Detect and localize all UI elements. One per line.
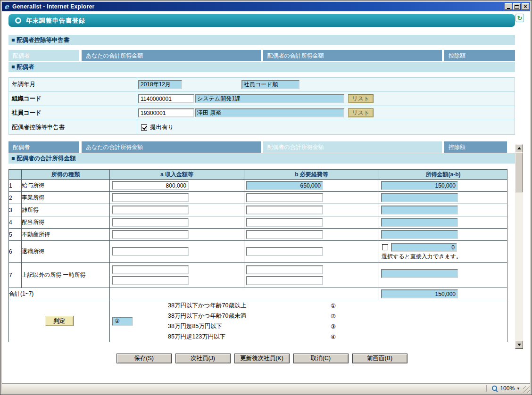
zoom-level: 100% <box>500 385 515 392</box>
income-b-input[interactable] <box>246 206 323 214</box>
retirement-amount-input[interactable] <box>391 243 457 252</box>
legend-line: 38万円以下かつ年齢70歳以上 ① <box>168 300 336 311</box>
income-table-header-row: 所得の種類 a 収入金額等 b 必要経費等 所得金額(a-b) <box>9 170 507 180</box>
income-b-input[interactable] <box>246 193 323 202</box>
scrollbar-up-button[interactable] <box>515 144 523 152</box>
income-result-header: 所得金額(a-b) <box>379 170 507 180</box>
emp-code-input[interactable] <box>138 108 194 117</box>
income-row-4: 4 配当所得 <box>9 216 507 229</box>
minimize-button[interactable] <box>505 3 512 10</box>
retirement-direct-checkbox[interactable] <box>382 244 388 250</box>
tab-row-top: 配偶者 あなたの合計所得金額 配偶者の合計所得金額 控除額 <box>8 50 515 61</box>
year-month-input[interactable] <box>138 80 182 89</box>
declaration-label: 配偶者控除等申告書 <box>9 120 137 134</box>
income-b-input[interactable] <box>246 230 323 239</box>
org-code-label: 組織コード <box>9 92 137 106</box>
income-result-input[interactable] <box>381 269 458 278</box>
resize-grip[interactable] <box>523 386 530 393</box>
other-income-a2-input[interactable] <box>112 276 189 285</box>
org-code-row: 組織コード リスト <box>9 92 515 106</box>
vertical-scrollbar[interactable] <box>515 144 523 349</box>
judge-result-input[interactable] <box>112 317 133 326</box>
income-result-input[interactable] <box>381 193 458 202</box>
income-a-input[interactable] <box>112 206 189 214</box>
income-type-header: 所得の種類 <box>22 170 110 180</box>
other-income-a1-input[interactable] <box>112 265 189 274</box>
row-number: 4 <box>9 216 22 229</box>
tab-spouse-bottom[interactable]: 配偶者 <box>8 141 79 153</box>
tab-your-total-income-bottom[interactable]: あなたの合計所得金額 <box>82 141 261 153</box>
total-spacer <box>110 288 379 300</box>
income-row-6: 6 退職所得 選択すると直接入力できます。 <box>9 241 507 263</box>
scrollbar-down-button[interactable] <box>515 341 523 349</box>
income-a-input[interactable] <box>112 247 189 256</box>
scrollbar-thumb[interactable] <box>515 152 523 192</box>
tab-label: 控除額 <box>449 144 466 150</box>
sort-order-input[interactable] <box>241 80 299 89</box>
income-result-input[interactable] <box>381 230 458 239</box>
total-amount-input[interactable] <box>381 289 458 298</box>
cancel-button[interactable]: 取消(C) <box>293 354 349 363</box>
tab-spouse-total-income-bottom[interactable]: 配偶者の合計所得金額 <box>263 141 442 153</box>
banner-ring-icon <box>15 17 21 24</box>
legend-line: 85万円超123万円以下 ④ <box>168 331 336 342</box>
income-row-2: 2 事業所得 <box>9 192 507 204</box>
section-header-spouse-income: ■ 配偶者の合計所得金額 <box>8 153 515 164</box>
tab-spouse-total-income-top[interactable]: 配偶者の合計所得金額 <box>263 50 442 61</box>
update-next-employee-button[interactable]: 更新後次社員(K) <box>234 354 290 363</box>
spouse-income-table: 所得の種類 a 収入金額等 b 必要経費等 所得金額(a-b) 1 給与所得 <box>8 169 507 342</box>
scrollbar-track[interactable] <box>515 152 523 341</box>
income-a-input[interactable] <box>112 230 189 239</box>
zoom-control[interactable]: 100% ▼ <box>489 385 523 392</box>
income-type: 上記以外の所得 一時所得 <box>22 263 110 288</box>
status-bar: 100% ▼ <box>2 383 530 393</box>
close-button[interactable]: × <box>522 3 529 10</box>
tab-deduction-top[interactable]: 控除額 <box>444 50 515 61</box>
window-title: Generalist - Internet Explorer <box>12 3 94 10</box>
judge-button[interactable]: 判定 <box>45 316 74 326</box>
income-type: 雑所得 <box>22 204 110 216</box>
browser-window: e Generalist - Internet Explorer × ↻ 年末調… <box>0 0 532 395</box>
tab-your-total-income-top[interactable]: あなたの合計所得金額 <box>82 50 261 61</box>
income-b-input[interactable] <box>246 218 323 227</box>
document-area: ↻ 年末調整申告書登録 ■ 配偶者控除等申告書 配偶者 あなたの合計所得金額 配… <box>2 11 530 383</box>
income-result-input[interactable] <box>381 181 458 190</box>
income-result-input[interactable] <box>381 206 458 214</box>
legend-text: 38万円超85万円以下 <box>168 322 222 330</box>
income-a-input[interactable] <box>112 193 189 202</box>
row-number: 7 <box>9 263 22 288</box>
save-button[interactable]: 保存(S) <box>116 354 172 363</box>
income-type: 給与所得 <box>22 180 110 192</box>
restore-button[interactable] <box>513 3 521 10</box>
income-a-input[interactable] <box>112 181 189 190</box>
other-income-b2-input[interactable] <box>246 276 323 285</box>
submission-checkbox[interactable] <box>141 124 147 131</box>
legend-text: 85万円超123万円以下 <box>168 333 225 341</box>
income-b-input[interactable] <box>246 181 323 190</box>
legend-mark: ③ <box>331 323 336 330</box>
section-header-spouse-declaration: ■ 配偶者控除等申告書 <box>8 35 515 45</box>
income-row-3: 3 雑所得 <box>9 204 507 216</box>
emp-name-input[interactable] <box>195 108 344 117</box>
income-a-input[interactable] <box>112 218 189 227</box>
income-row-5: 5 不動産所得 <box>9 229 507 241</box>
emp-list-button[interactable]: リスト <box>348 108 374 117</box>
statusbar-divider <box>486 385 487 392</box>
tab-deduction-bottom[interactable]: 控除額 <box>444 141 507 153</box>
page-banner: 年末調整申告書登録 <box>8 14 515 27</box>
income-result-input[interactable] <box>381 218 458 227</box>
org-list-button[interactable]: リスト <box>348 94 374 103</box>
scroll-down-icon <box>517 344 521 346</box>
tab-label: 配偶者 <box>13 144 30 150</box>
zoom-dropdown-icon[interactable]: ▼ <box>516 387 520 391</box>
next-employee-button[interactable]: 次社員(J) <box>175 354 231 363</box>
org-code-input[interactable] <box>138 94 194 103</box>
income-b-input[interactable] <box>246 247 323 256</box>
spouse-form: 年調年月 組織コード リスト 社員コード <box>8 77 515 135</box>
tab-spouse-top[interactable]: 配偶者 <box>8 50 79 61</box>
close-icon: × <box>524 4 527 9</box>
other-income-b1-input[interactable] <box>246 265 323 274</box>
previous-screen-button[interactable]: 前画面(B) <box>352 354 407 363</box>
refresh-icon[interactable]: ↻ <box>515 14 524 22</box>
org-name-input[interactable] <box>195 94 344 103</box>
